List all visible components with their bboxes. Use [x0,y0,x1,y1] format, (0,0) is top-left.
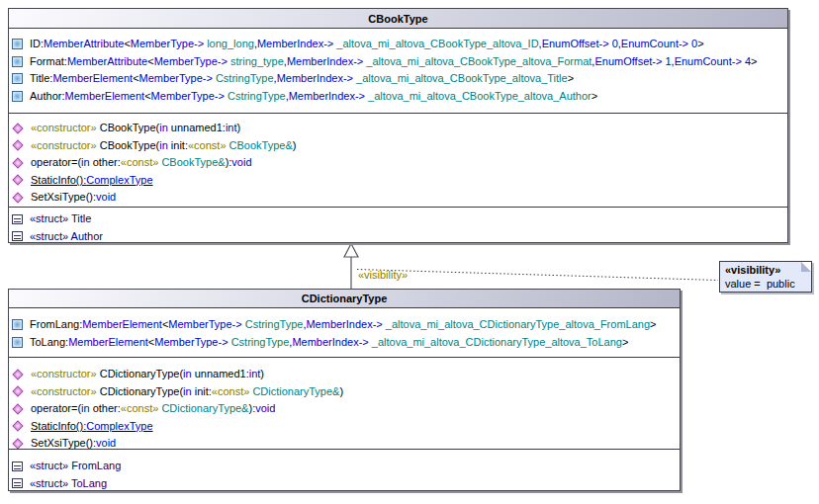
visibility-edge-label[interactable]: «visibility» [358,269,408,281]
generalization-arrowhead-icon[interactable] [344,244,358,258]
class-cdictionarytype[interactable]: CDictionaryType FromLang:MemberElement<M… [8,289,681,491]
member-text: operator=(in other:«const» CDictionaryTy… [31,402,275,415]
member-text: «constructor» CDictionaryType(in init:«c… [31,385,343,398]
operation-icon [12,386,23,397]
attribute-icon [12,73,23,84]
member-text: «struct» Title [30,212,91,225]
struct-icon [12,478,23,488]
member-row[interactable]: Format:MemberAttribute<MemberType-> stri… [9,53,787,71]
attributes-compartment: ID:MemberAttribute<MemberType-> long_lon… [9,28,787,113]
operation-icon [12,421,23,432]
member-row[interactable]: «struct» Author [9,228,787,244]
member-row[interactable]: «struct» ToLang [9,475,680,491]
operation-icon [12,123,23,133]
operation-icon [12,140,23,151]
struct-icon [12,231,23,241]
member-text: StaticInfo():ComplexType [31,174,153,187]
class-title: CBookType [9,9,787,28]
attribute-icon [12,319,23,330]
attributes-compartment: FromLang:MemberElement<MemberType-> Cstr… [9,307,680,357]
note-fold-corner-icon [801,262,811,272]
member-text: SetXsiType():void [31,191,116,204]
member-text: SetXsiType():void [31,437,116,449]
note-link-line[interactable] [357,270,718,281]
member-row[interactable]: Title:MemberElement<MemberType-> Cstring… [9,70,787,88]
member-text: «constructor» CDictionaryType(in unnamed… [31,368,264,380]
member-text: «struct» FromLang [30,460,121,472]
member-text: ID:MemberAttribute<MemberType-> long_lon… [30,38,704,50]
structs-compartment: «struct» FromLang«struct» ToLang [9,449,680,490]
member-text: ToLang:MemberElement<MemberType-> Cstrin… [30,336,628,349]
member-row[interactable]: FromLang:MemberElement<MemberType-> Cstr… [9,316,680,334]
member-row[interactable]: ID:MemberAttribute<MemberType-> long_lon… [9,36,787,53]
member-text: «constructor» CBookType(in init:«const» … [31,139,296,152]
visibility-note[interactable]: «visibility» value = public [719,261,812,293]
member-row[interactable]: Author:MemberElement<MemberType-> Cstrin… [9,88,787,106]
operations-compartment: «constructor» CDictionaryType(in unnamed… [9,357,680,449]
class-cbooktype[interactable]: CBookType ID:MemberAttribute<MemberType-… [8,8,788,243]
member-text: «struct» Author [30,230,103,243]
member-row[interactable]: SetXsiType():void [9,189,787,207]
member-text: Title:MemberElement<MemberType-> Cstring… [30,72,574,85]
operation-icon [12,369,23,379]
member-row[interactable]: ToLang:MemberElement<MemberType-> Cstrin… [9,334,680,352]
operation-icon [12,192,23,203]
member-text: operator=(in other:«const» CBookType&):v… [31,156,252,169]
member-row[interactable]: operator=(in other:«const» CBookType&):v… [9,154,787,172]
attribute-icon [12,91,23,102]
member-row[interactable]: StaticInfo():ComplexType [9,172,787,190]
member-row[interactable]: «constructor» CDictionaryType(in unnamed… [9,366,680,383]
diagram-canvas: CBookType ID:MemberAttribute<MemberType-… [0,0,819,504]
operations-compartment: «constructor» CBookType(in unnamed1:int)… [9,113,787,207]
member-text: FromLang:MemberElement<MemberType-> Cstr… [30,318,656,331]
attribute-icon [12,56,23,67]
member-text: «constructor» CBookType(in unnamed1:int) [31,122,240,134]
class-title: CDictionaryType [9,290,680,307]
note-title: «visibility» [725,263,811,277]
operation-icon [12,403,23,414]
member-row[interactable]: «constructor» CBookType(in unnamed1:int) [9,120,787,137]
member-row[interactable]: «struct» FromLang [9,458,680,475]
operation-icon [12,175,23,186]
attribute-icon [12,337,23,348]
member-text: Author:MemberElement<MemberType-> Cstrin… [30,90,597,103]
member-row[interactable]: «struct» Title [9,210,787,228]
member-text: StaticInfo():ComplexType [31,420,153,433]
structs-compartment: «struct» Title«struct» Author [9,207,787,243]
struct-icon [12,214,23,224]
operation-icon [12,438,23,449]
member-text: Format:MemberAttribute<MemberType-> stri… [30,55,757,68]
member-row[interactable]: StaticInfo():ComplexType [9,418,680,436]
operation-icon [12,157,23,168]
member-row[interactable]: «constructor» CBookType(in init:«const» … [9,137,787,155]
member-row[interactable]: SetXsiType():void [9,435,680,449]
member-row[interactable]: «constructor» CDictionaryType(in init:«c… [9,383,680,401]
note-value: value = public [725,277,811,291]
member-row[interactable]: operator=(in other:«const» CDictionaryTy… [9,400,680,418]
attribute-icon [12,39,23,49]
struct-icon [12,462,23,471]
member-text: «struct» ToLang [30,477,107,490]
